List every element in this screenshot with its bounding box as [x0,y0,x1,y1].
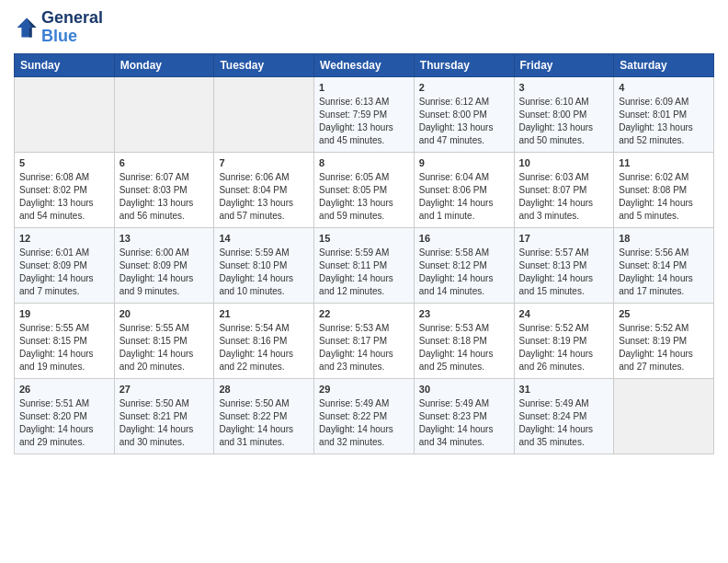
day-cell [15,76,115,152]
day-number: 9 [419,156,509,170]
sunset: Sunset: 8:09 PM [19,260,87,270]
sunrise: Sunrise: 6:10 AM [519,97,589,107]
day-number: 14 [219,232,309,246]
daylight: Daylight: 13 hours and 59 minutes. [319,198,393,221]
day-cell: 22Sunrise: 5:53 AMSunset: 8:17 PMDayligh… [314,303,415,378]
sunset: Sunset: 8:09 PM [119,260,188,270]
sunset: Sunset: 8:23 PM [419,411,487,421]
day-number: 15 [319,232,409,246]
day-cell: 9Sunrise: 6:04 AMSunset: 8:06 PMDaylight… [414,152,514,227]
daylight: Daylight: 13 hours and 47 minutes. [419,122,494,145]
daylight: Daylight: 14 hours and 3 minutes. [519,198,594,221]
sunset: Sunset: 8:00 PM [419,109,487,120]
day-cell: 17Sunrise: 5:57 AMSunset: 8:13 PMDayligh… [514,227,614,303]
day-cell: 3Sunrise: 6:10 AMSunset: 8:00 PMDaylight… [514,76,614,152]
daylight: Daylight: 14 hours and 1 minute. [419,198,494,221]
daylight: Daylight: 14 hours and 12 minutes. [319,273,393,296]
sunrise: Sunrise: 5:50 AM [219,398,289,408]
sunrise: Sunrise: 6:00 AM [119,247,189,258]
day-number: 5 [19,156,109,170]
day-number: 18 [619,232,709,246]
sunset: Sunset: 8:13 PM [519,260,587,270]
day-number: 29 [319,383,409,396]
day-number: 8 [319,156,409,170]
daylight: Daylight: 14 hours and 30 minutes. [119,424,194,447]
sunset: Sunset: 8:03 PM [119,185,188,195]
day-number: 1 [319,81,409,95]
sunrise: Sunrise: 5:53 AM [419,323,489,333]
day-cell: 31Sunrise: 5:49 AMSunset: 8:24 PMDayligh… [514,378,614,454]
day-header-wednesday: Wednesday [314,53,415,76]
sunrise: Sunrise: 6:09 AM [619,97,688,107]
day-number: 26 [19,383,109,396]
daylight: Daylight: 14 hours and 22 minutes. [219,349,293,372]
day-number: 31 [519,383,609,396]
sunrise: Sunrise: 5:59 AM [319,247,389,258]
day-cell: 19Sunrise: 5:55 AMSunset: 8:15 PMDayligh… [15,303,115,378]
day-cell [214,76,314,152]
day-number: 17 [519,232,609,246]
day-cell: 13Sunrise: 6:00 AMSunset: 8:09 PMDayligh… [114,227,214,303]
day-number: 11 [619,156,709,170]
day-cell [114,76,214,152]
daylight: Daylight: 14 hours and 32 minutes. [319,424,393,447]
daylight: Daylight: 14 hours and 14 minutes. [419,273,494,296]
day-number: 30 [419,383,509,396]
sunrise: Sunrise: 6:07 AM [119,172,189,182]
day-cell: 8Sunrise: 6:05 AMSunset: 8:05 PMDaylight… [314,152,415,227]
day-number: 10 [519,156,609,170]
day-cell: 23Sunrise: 5:53 AMSunset: 8:18 PMDayligh… [414,303,514,378]
daylight: Daylight: 14 hours and 25 minutes. [419,349,494,372]
daylight: Daylight: 13 hours and 45 minutes. [319,122,393,145]
sunrise: Sunrise: 6:01 AM [19,247,89,258]
sunrise: Sunrise: 5:49 AM [519,398,589,408]
daylight: Daylight: 13 hours and 54 minutes. [19,198,94,221]
day-cell: 24Sunrise: 5:52 AMSunset: 8:19 PMDayligh… [514,303,614,378]
daylight: Daylight: 13 hours and 52 minutes. [619,122,693,145]
day-cell: 16Sunrise: 5:58 AMSunset: 8:12 PMDayligh… [414,227,514,303]
day-number: 19 [19,307,109,321]
day-number: 2 [419,81,509,95]
day-headers-row: SundayMondayTuesdayWednesdayThursdayFrid… [15,53,714,76]
daylight: Daylight: 14 hours and 7 minutes. [19,273,94,296]
daylight: Daylight: 14 hours and 35 minutes. [519,424,594,447]
day-number: 21 [219,307,309,321]
day-number: 12 [19,232,109,246]
daylight: Daylight: 14 hours and 15 minutes. [519,273,594,296]
daylight: Daylight: 14 hours and 23 minutes. [319,349,393,372]
sunset: Sunset: 8:07 PM [519,185,587,195]
day-cell: 15Sunrise: 5:59 AMSunset: 8:11 PMDayligh… [314,227,415,303]
sunset: Sunset: 8:24 PM [519,411,587,421]
day-cell: 26Sunrise: 5:51 AMSunset: 8:20 PMDayligh… [15,378,115,454]
daylight: Daylight: 14 hours and 27 minutes. [619,349,693,372]
daylight: Daylight: 13 hours and 56 minutes. [119,198,194,221]
week-row-3: 12Sunrise: 6:01 AMSunset: 8:09 PMDayligh… [15,227,714,303]
sunrise: Sunrise: 5:53 AM [319,323,389,333]
sunrise: Sunrise: 5:51 AM [19,398,89,408]
day-number: 16 [419,232,509,246]
logo-line2: Blue [41,28,103,46]
day-cell: 27Sunrise: 5:50 AMSunset: 8:21 PMDayligh… [114,378,214,454]
day-number: 28 [219,383,309,396]
sunset: Sunset: 8:22 PM [319,411,387,421]
daylight: Daylight: 14 hours and 20 minutes. [119,349,194,372]
week-row-4: 19Sunrise: 5:55 AMSunset: 8:15 PMDayligh… [15,303,714,378]
daylight: Daylight: 14 hours and 19 minutes. [19,349,94,372]
sunset: Sunset: 8:02 PM [19,185,87,195]
sunset: Sunset: 8:16 PM [219,336,287,346]
day-header-saturday: Saturday [614,53,714,76]
calendar-table: SundayMondayTuesdayWednesdayThursdayFrid… [14,53,714,454]
day-header-sunday: Sunday [15,53,115,76]
day-header-monday: Monday [114,53,214,76]
day-cell: 7Sunrise: 6:06 AMSunset: 8:04 PMDaylight… [214,152,314,227]
day-number: 27 [119,383,210,396]
sunrise: Sunrise: 5:52 AM [619,323,688,333]
daylight: Daylight: 14 hours and 26 minutes. [519,349,594,372]
day-number: 20 [119,307,210,321]
page-container: General Blue SundayMondayTuesdayWednesda… [0,0,728,464]
day-cell: 5Sunrise: 6:08 AMSunset: 8:02 PMDaylight… [15,152,115,227]
day-number: 7 [219,156,309,170]
sunset: Sunset: 8:11 PM [319,260,387,270]
sunrise: Sunrise: 6:02 AM [619,172,688,182]
day-number: 3 [519,81,609,95]
